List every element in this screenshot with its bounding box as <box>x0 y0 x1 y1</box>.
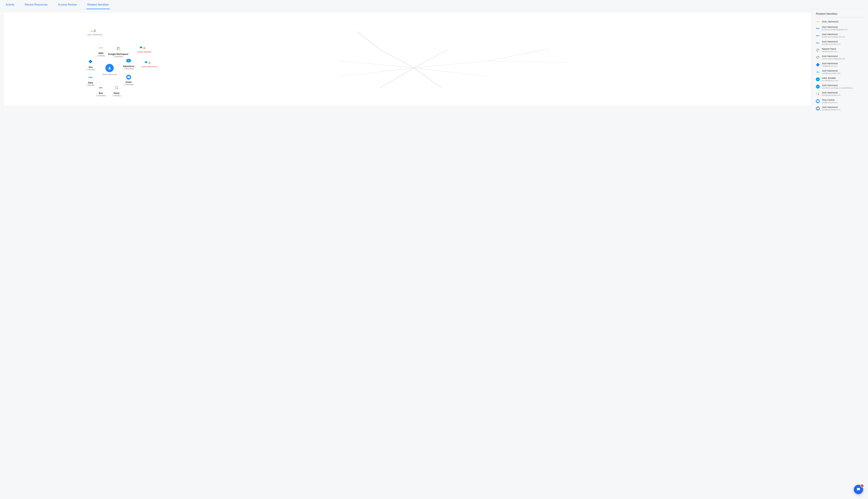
aws-icon: aws <box>90 30 93 32</box>
identity-name: Josh Hammond <box>822 91 841 94</box>
svg-line-9 <box>488 49 549 61</box>
graph-app-slack[interactable]: Slack 1 Identity <box>106 85 127 97</box>
zoom-icon <box>816 107 820 110</box>
svg-line-6 <box>414 68 488 76</box>
identity-row[interactable]: boxJosh Hammondjosh@polyrizelab.com <box>816 40 865 46</box>
salesforce-icon <box>140 47 142 48</box>
graph-center-name: Josh Hammond <box>102 73 117 76</box>
identity-row[interactable]: Josh Hammondnati@polyrize.com <box>816 62 865 67</box>
identity-name: Netanel Hazut <box>822 48 838 50</box>
identity-name: Josh Hammond <box>822 62 838 65</box>
identity-name: Josh Hammond <box>822 84 854 87</box>
svg-point-13 <box>144 47 145 48</box>
identity-sub: eli-xpfz@force.com <box>822 80 838 82</box>
graph-app-salesforce[interactable]: sf Salesforce 2 Identities <box>118 58 139 70</box>
identity-row[interactable]: boxJosh Hammondjoshhammond609@gmail.com <box>816 26 865 31</box>
panel-title: Related Identities <box>816 12 865 17</box>
graph-app-google[interactable]: Google Workspace 2 Identities <box>108 46 129 58</box>
svg-line-5 <box>414 68 441 88</box>
user-icon <box>148 61 151 65</box>
identity-name: Josh Hammond <box>822 106 841 109</box>
identity-sub: nati@polyrize.com <box>822 50 838 53</box>
user-icon <box>93 29 97 33</box>
identity-graph[interactable]: Josh Hammond aws Josh_Hammond aws AWS 1 … <box>4 12 811 106</box>
svg-point-12 <box>94 30 95 31</box>
identity-sub: nati@polyrize.com <box>822 101 838 104</box>
tab-activity[interactable]: Activity <box>5 3 14 9</box>
zoom-icon <box>816 99 820 103</box>
identity-sub: josh@polyrizelab.com <box>822 43 841 46</box>
aws-icon: aws <box>816 20 820 24</box>
okta-icon: okta <box>816 70 820 74</box>
identity-row[interactable]: Tony Cortinanati@polyrize.com <box>816 99 865 104</box>
graph-user-aws[interactable]: aws Josh_Hammond <box>84 29 105 36</box>
graph-app-jira[interactable]: Jira 1 Identity <box>80 59 101 71</box>
box-icon: box <box>816 41 820 45</box>
identity-sub: josh@polyrizelab.com <box>822 72 841 75</box>
user-icon <box>106 64 114 72</box>
google-icon <box>816 56 820 59</box>
jira-icon <box>816 63 820 67</box>
identity-graph-panel: Josh Hammond aws Josh_Hammond aws AWS 1 … <box>3 12 811 106</box>
related-identities-panel: Related Identities awsJosh_HammondboxJos… <box>816 12 865 111</box>
identity-row[interactable]: sfmack donaldseli-xpfz@force.com <box>816 77 865 82</box>
aws-icon: aws <box>98 45 104 51</box>
jira-icon <box>87 59 94 65</box>
identity-row[interactable]: Josh Hammondjosh@polyrizelab.com <box>816 106 865 111</box>
graph-external-user-2[interactable]: Josh Hammond <box>139 61 160 68</box>
salesforce-icon: sf <box>125 58 132 64</box>
identity-row[interactable]: sfJosh Hammondsalesforce-package-us-aaaa… <box>816 84 865 89</box>
okta-icon: okta <box>87 74 94 80</box>
identity-sub: josh@polyrizelab.com <box>822 94 841 97</box>
identity-sub: joshhh.polyrize@gmail.com <box>822 58 845 60</box>
identity-name: Josh_Hammond <box>822 20 838 23</box>
identity-row[interactable]: awsJosh_Hammond <box>816 20 865 24</box>
identity-row[interactable]: boxJosh Hammondjoshhh.polyrize@gmail.com <box>816 33 865 38</box>
graph-external-user-1[interactable]: mack donalds <box>134 47 155 53</box>
salesforce-icon <box>145 61 147 63</box>
tab-bar: Activity Recent Resources Access Review … <box>3 0 865 9</box>
google-icon <box>816 48 820 52</box>
svg-point-11 <box>109 67 110 68</box>
identity-name: Tony Cortina <box>822 99 838 101</box>
tab-access-review[interactable]: Access Review <box>58 3 77 9</box>
zoom-icon <box>126 75 131 80</box>
identity-name: Josh Hammond <box>822 55 845 58</box>
identity-row[interactable]: Netanel Hazutnati@polyrize.com <box>816 48 865 53</box>
google-icon <box>115 46 121 52</box>
label: Josh_Hammond <box>87 34 102 36</box>
graph-app-zoom[interactable]: Zoom 2 Identities <box>118 75 139 86</box>
slack-icon <box>816 92 820 96</box>
graph-center-user[interactable]: Josh Hammond <box>99 64 120 76</box>
svg-line-10 <box>488 61 569 63</box>
identity-name: Josh Hammond <box>822 70 841 72</box>
identity-sub: joshhammond609@gmail.com <box>822 28 848 31</box>
identity-sub: nati@polyrize.com <box>822 65 838 67</box>
tab-recent-resources[interactable]: Recent Resources <box>25 3 48 9</box>
user-icon <box>143 47 146 50</box>
identity-sub: salesforce-package-us-aaaaeb3acu... <box>822 87 854 89</box>
svg-point-14 <box>149 62 150 63</box>
identity-sub: joshhh.polyrize@gmail.com <box>822 36 845 38</box>
sf-icon: sf <box>816 77 820 81</box>
identity-name: Josh Hammond <box>822 33 845 36</box>
identity-row[interactable]: Josh Hammondjosh@polyrizelab.com <box>816 91 865 97</box>
sf-icon: sf <box>816 85 820 88</box>
identity-name: Josh Hammond <box>822 40 841 43</box>
identity-row[interactable]: Josh Hammondjoshhh.polyrize@gmail.com <box>816 55 865 60</box>
identity-row[interactable]: oktaJosh Hammondjosh@polyrizelab.com <box>816 70 865 75</box>
box-icon: box <box>816 26 820 30</box>
tab-related-identities[interactable]: Related Identities <box>87 3 109 9</box>
box-icon: box <box>816 34 820 37</box>
box-icon: box <box>98 85 104 91</box>
svg-line-3 <box>340 68 414 76</box>
svg-line-4 <box>380 68 414 88</box>
identity-sub: josh@polyrizelab.com <box>822 109 841 111</box>
identity-name: Josh Hammond <box>822 26 848 28</box>
identity-name: mack donalds <box>822 77 838 80</box>
identity-list: awsJosh_HammondboxJosh Hammondjoshhammon… <box>816 20 865 111</box>
svg-line-8 <box>357 32 380 50</box>
